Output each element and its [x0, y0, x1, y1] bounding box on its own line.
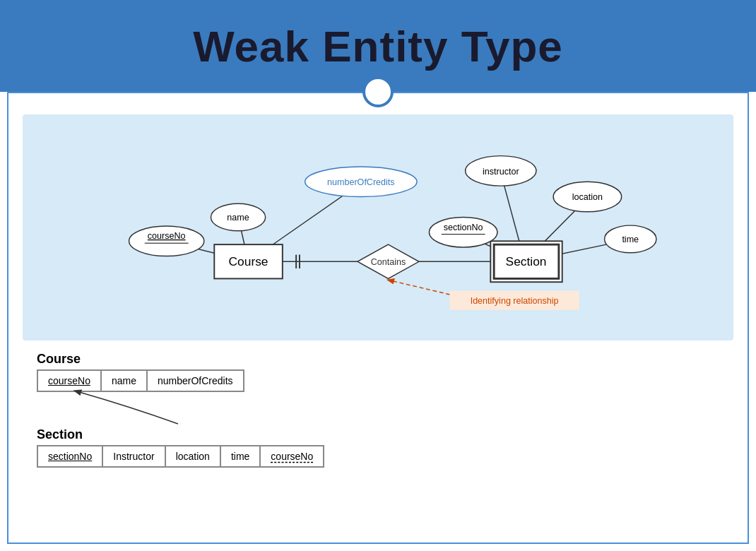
identifying-relationship-label: Identifying relationship	[471, 296, 559, 306]
attr-numberOfCredits: numberOfCredits	[327, 177, 395, 187]
header-circle-decoration	[362, 76, 394, 107]
relationship-label: Contains	[371, 257, 406, 267]
section-table-section: Section sectionNo Instructor location ti…	[37, 427, 719, 468]
attr-courseNo: courseNo	[148, 231, 186, 241]
section-col-instructor: Instructor	[102, 446, 165, 467]
fk-arrow-container	[37, 399, 719, 427]
section-col-courseNo: courseNo	[260, 446, 324, 467]
er-diagram-svg: Course Section Contains courseNo name nu…	[37, 129, 719, 326]
section-col-time: time	[220, 446, 260, 467]
fk-arrow-svg	[58, 385, 213, 427]
course-table-label: Course	[37, 352, 719, 367]
attr-name: name	[227, 213, 249, 223]
tables-panel: Course courseNo name numberOfCredits Se	[23, 352, 733, 468]
main-content: Course Section Contains courseNo name nu…	[7, 92, 749, 544]
attr-instructor: instructor	[483, 167, 519, 177]
header: Weak Entity Type	[0, 0, 756, 92]
attr-location: location	[572, 192, 603, 202]
page-title: Weak Entity Type	[193, 21, 563, 71]
attr-sectionNo: sectionNo	[444, 223, 483, 232]
section-table: sectionNo Instructor location time cours…	[37, 445, 324, 468]
section-col-sectionNo: sectionNo	[37, 446, 102, 467]
section-entity-label: Section	[506, 254, 547, 268]
section-col-location: location	[165, 446, 220, 467]
section-table-label: Section	[37, 427, 719, 442]
attr-time: time	[622, 235, 639, 244]
er-diagram-panel: Course Section Contains courseNo name nu…	[23, 114, 733, 340]
course-entity-label: Course	[229, 254, 268, 268]
